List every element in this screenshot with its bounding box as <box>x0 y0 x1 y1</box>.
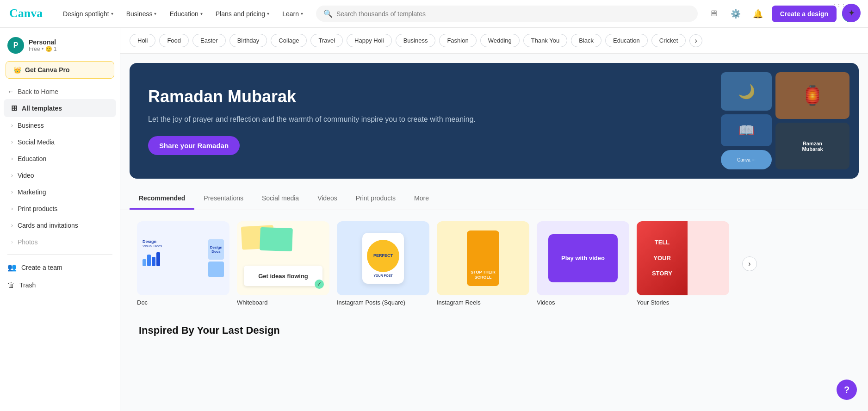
tag-scroll-right-button[interactable]: › <box>689 34 702 47</box>
nav-learn[interactable]: Learn ▾ <box>277 6 309 21</box>
nav-design-spotlight[interactable]: Design spotlight ▾ <box>57 6 119 21</box>
template-card-doc[interactable]: Design Visual Docs <box>137 221 229 306</box>
template-thumb-doc: Design Visual Docs <box>137 221 229 295</box>
doc-bar-2 <box>147 255 151 266</box>
back-to-home-link[interactable]: ← Back to Home <box>0 84 120 99</box>
get-canva-pro-button[interactable]: 👑 Get Canva Pro <box>6 61 114 79</box>
trash-button[interactable]: 🗑 Trash <box>0 276 120 294</box>
svg-text:Canva: Canva <box>9 6 43 20</box>
doc-thumb-inner: Design Visual Docs <box>137 234 229 283</box>
create-design-button[interactable]: Create a design <box>772 6 837 22</box>
notifications-icon[interactable]: 🔔 <box>750 6 766 22</box>
instagram-circle: PERFECT <box>367 240 399 272</box>
doc-bar-4 <box>156 252 160 266</box>
reels-card-inner: STOP THEIR SCROLL <box>467 230 499 286</box>
chevron-down-icon: ▾ <box>267 11 269 16</box>
tag-birthday[interactable]: Birthday <box>229 34 267 47</box>
hero-image-pattern: 🌙 <box>721 72 772 111</box>
tab-print-products[interactable]: Print products <box>347 188 405 210</box>
monitor-icon[interactable]: 🖥 <box>705 6 722 22</box>
hero-image-col-left: 🌙 📖 Canva ··· <box>721 72 772 169</box>
instagram-thumb-inner: PERFECT YOUR POST <box>337 221 429 295</box>
hero-image-quran: 📖 <box>721 114 772 146</box>
create-team-button[interactable]: 👥 Create a team <box>0 258 120 276</box>
help-button[interactable]: ? <box>837 380 857 400</box>
tab-social-media[interactable]: Social media <box>253 188 308 210</box>
tag-happy-holi[interactable]: Happy Holi <box>347 34 392 47</box>
team-icon: 👥 <box>7 263 17 272</box>
tag-travel[interactable]: Travel <box>310 34 343 47</box>
video-card-text: Play with video <box>561 255 605 262</box>
template-label-reels: Instagram Reels <box>437 299 529 306</box>
tag-business[interactable]: Business <box>396 34 436 47</box>
template-thumb-instagram: PERFECT YOUR POST <box>337 221 429 295</box>
chevron-right-icon: › <box>11 239 13 245</box>
tag-education[interactable]: Education <box>605 34 648 47</box>
tag-holi[interactable]: Holi <box>130 34 155 47</box>
tab-recommended[interactable]: Recommended <box>130 188 194 210</box>
tag-collage[interactable]: Collage <box>271 34 307 47</box>
template-card-reels[interactable]: STOP THEIR SCROLL Instagram Reels <box>437 221 529 306</box>
sidebar-item-print-products[interactable]: › Print products <box>4 200 116 217</box>
reels-thumb-inner: STOP THEIR SCROLL <box>437 221 529 295</box>
template-thumb-whiteboard: Get ideas flowing ✓ <box>237 221 329 295</box>
magic-icon-button[interactable]: ✦ <box>842 4 861 22</box>
nav-plans[interactable]: Plans and pricing ▾ <box>210 6 275 21</box>
tag-easter[interactable]: Easter <box>192 34 226 47</box>
hero-cta-button[interactable]: Share your Ramadan <box>148 136 240 155</box>
canva-logo[interactable]: Canva <box>9 6 46 22</box>
template-card-instagram[interactable]: PERFECT YOUR POST Instagram Posts (Squar… <box>337 221 429 306</box>
chevron-right-icon: › <box>11 189 13 195</box>
sidebar-item-photos[interactable]: › Photos <box>4 234 116 250</box>
settings-icon[interactable]: ⚙️ <box>727 6 744 22</box>
nav-links: Design spotlight ▾ Business ▾ Education … <box>57 6 309 21</box>
tab-more[interactable]: More <box>405 188 438 210</box>
hero-content: Ramadan Mubarak Let the joy of prayer an… <box>148 87 476 155</box>
tag-fashion[interactable]: Fashion <box>439 34 476 47</box>
sidebar-item-cards-invitations[interactable]: › Cards and invitations <box>4 217 116 234</box>
template-thumb-stories: TELL YOUR STORY <box>637 221 729 295</box>
nav-business[interactable]: Business ▾ <box>121 6 162 21</box>
search-bar[interactable]: 🔍 <box>316 6 698 22</box>
sidebar-item-all-templates[interactable]: ⊞ All templates <box>4 99 116 117</box>
trash-icon: 🗑 <box>7 281 15 289</box>
template-label-instagram: Instagram Posts (Square) <box>337 299 429 306</box>
template-card-videos[interactable]: Play with video Videos <box>537 221 629 306</box>
stories-text-area: TELL YOUR STORY <box>637 221 688 295</box>
hero-subtitle: Let the joy of prayer and reflection and… <box>148 114 476 125</box>
doc-device-column: DesignDocs <box>208 239 224 277</box>
chevron-right-icon: › <box>11 122 13 129</box>
tab-videos[interactable]: Videos <box>308 188 347 210</box>
template-card-stories[interactable]: TELL YOUR STORY Your Stories <box>637 221 729 306</box>
sidebar-item-business[interactable]: › Business <box>4 117 116 134</box>
hero-image-lantern: 🏮 <box>775 72 849 119</box>
video-card-inner: Play with video <box>548 234 618 282</box>
whiteboard-thumb-inner: Get ideas flowing ✓ <box>237 221 329 295</box>
stories-image-area <box>688 221 729 295</box>
doc-chart <box>143 250 205 266</box>
doc-bar-3 <box>152 257 155 266</box>
template-card-whiteboard[interactable]: Get ideas flowing ✓ Whiteboard <box>237 221 329 306</box>
sidebar-user-sub: Free • 🙂 1 <box>29 46 57 52</box>
hero-images: 🌙 📖 Canva ··· 🏮 RamzanMubarak <box>721 72 849 169</box>
tab-presentations[interactable]: Presentations <box>194 188 253 210</box>
sidebar-item-education[interactable]: › Education <box>4 150 116 167</box>
template-scroll-right-button[interactable]: › <box>742 256 757 271</box>
tag-black[interactable]: Black <box>571 34 601 47</box>
arrow-left-icon: ← <box>7 88 14 95</box>
template-label-videos: Videos <box>537 299 629 306</box>
nav-education[interactable]: Education ▾ <box>164 6 208 21</box>
sidebar-item-video[interactable]: › Video <box>4 167 116 184</box>
sidebar-item-social-media[interactable]: › Social Media <box>4 134 116 150</box>
sidebar-avatar: P <box>7 37 24 54</box>
sidebar-item-marketing[interactable]: › Marketing <box>4 184 116 200</box>
tag-thank-you[interactable]: Thank You <box>523 34 567 47</box>
doc-bar-1 <box>143 259 146 266</box>
search-input[interactable] <box>336 10 690 18</box>
sidebar-divider <box>7 254 112 255</box>
template-thumb-reels: STOP THEIR SCROLL <box>437 221 529 295</box>
hero-title: Ramadan Mubarak <box>148 87 476 106</box>
tag-food[interactable]: Food <box>159 34 189 47</box>
tag-cricket[interactable]: Cricket <box>651 34 686 47</box>
tag-wedding[interactable]: Wedding <box>480 34 520 47</box>
